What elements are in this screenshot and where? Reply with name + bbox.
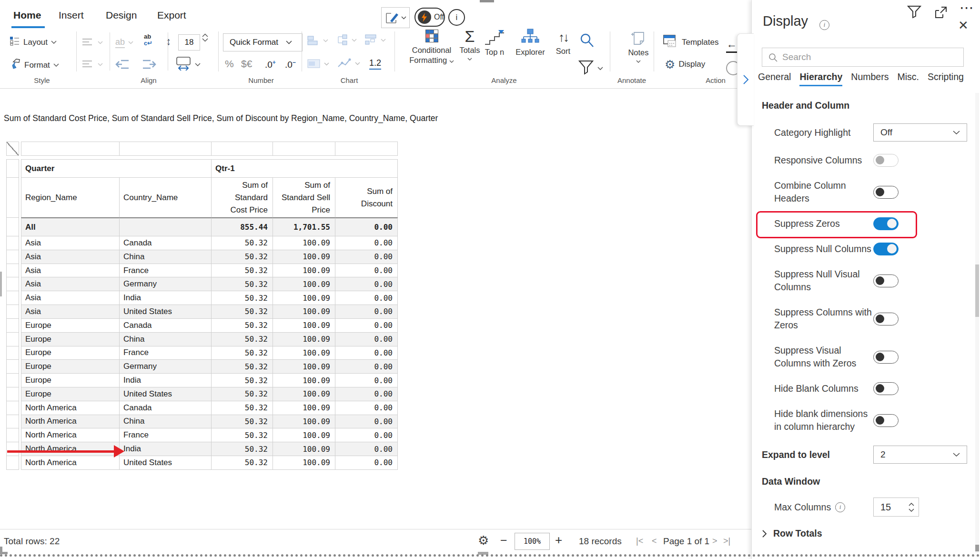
cost-cell[interactable]: 50.32 [211,456,273,470]
cost-cell[interactable]: 50.32 [211,305,273,319]
measure-column-header[interactable]: Sum ofStandardCost Price [211,177,273,218]
tab-general[interactable]: General [758,71,791,86]
sparkline-button[interactable] [337,57,360,70]
sell-cell[interactable]: 100.09 [273,387,335,401]
country-cell[interactable]: United States [119,387,212,401]
cost-cell[interactable]: 50.32 [211,373,273,387]
column-width-button[interactable] [175,56,201,73]
region-cell[interactable]: North America [21,415,120,429]
gutter-cell[interactable] [6,442,19,456]
gutter-cell[interactable] [6,387,19,401]
scrollbar-thumb[interactable] [975,264,979,317]
format-button[interactable]: Format [10,58,59,72]
region-cell[interactable]: Europe [21,318,120,333]
font-size-stepper[interactable] [202,33,208,42]
wrap-text-button[interactable]: abc↵ [144,33,152,47]
discount-cell[interactable]: 0.00 [335,387,398,401]
cost-cell[interactable]: 50.32 [211,359,273,374]
total-row-blank[interactable] [119,217,212,236]
region-cell[interactable]: Europe [21,332,120,346]
layout-button[interactable]: Layout [10,36,57,48]
toggle-suppress-null-visual-columns[interactable] [873,274,899,287]
zoom-out-button[interactable]: − [500,533,507,547]
discount-cell[interactable]: 0.00 [335,401,398,415]
pager-last-button[interactable]: >| [723,536,730,546]
discount-cell[interactable]: 0.00 [335,346,398,360]
gutter-cell[interactable] [6,159,19,178]
sell-cell[interactable]: 100.09 [273,346,335,360]
remove-decimal-icon[interactable]: .0− [285,59,296,70]
tab-hierarchy[interactable]: Hierarchy [799,71,842,86]
close-icon[interactable]: ✕ [958,18,969,33]
vertical-align-button[interactable] [82,38,103,47]
gutter-cell[interactable] [6,217,19,236]
gutter-cell[interactable] [6,291,19,305]
resize-corner-handle[interactable] [0,547,8,554]
tab-misc[interactable]: Misc. [897,71,919,86]
discount-cell[interactable]: 0.00 [335,318,398,333]
panel-collapse-flap[interactable] [737,33,754,126]
region-cell[interactable]: Europe [21,387,120,401]
sell-cell[interactable]: 100.09 [273,277,335,291]
region-cell[interactable]: North America [21,401,120,415]
sell-cell[interactable]: 100.09 [273,291,335,305]
gutter-cell[interactable] [6,456,19,470]
search-icon[interactable] [579,32,595,51]
gutter-cell[interactable] [6,415,19,429]
sell-cell[interactable]: 100.09 [273,373,335,387]
country-cell[interactable]: China [119,415,212,429]
top-scrollbar-thumb[interactable] [480,0,494,2]
discount-cell[interactable]: 0.00 [335,236,398,250]
discount-cell[interactable]: 0.00 [335,332,398,346]
region-cell[interactable]: North America [21,428,120,442]
cost-cell[interactable]: 50.32 [211,346,273,360]
power-toggle-button[interactable]: Off [414,8,445,27]
tab-design[interactable]: Design [106,10,137,21]
sell-cell[interactable]: 100.09 [273,250,335,264]
filter-icon[interactable] [578,60,594,77]
country-cell[interactable]: Germany [119,359,212,374]
select-all-corner[interactable] [6,142,19,156]
display-button[interactable]: ⚙ Display [665,58,705,71]
region-cell[interactable]: North America [21,456,120,470]
country-cell[interactable]: India [119,373,212,387]
settings-gear-icon[interactable]: ⚙ [478,533,489,548]
sort-button[interactable]: ↑↓ Sort [551,30,576,56]
return-arrow-icon[interactable]: ← [727,38,737,51]
add-decimal-icon[interactable]: .0+ [265,59,276,70]
toggle-suppress-columns-with-zeros[interactable] [873,313,899,325]
cost-cell[interactable]: 50.32 [211,415,273,429]
gutter-cell[interactable] [6,373,19,387]
toggle-combine-column-headers[interactable] [873,186,899,199]
pager-next-button[interactable]: > [712,536,717,546]
cost-cell[interactable]: 50.32 [211,250,273,264]
empty-header-cell[interactable] [119,142,212,156]
popout-icon[interactable] [934,5,948,21]
region-cell[interactable]: Asia [21,264,120,278]
discount-cell[interactable]: 0.00 [335,359,398,374]
cost-cell[interactable]: 50.32 [211,428,273,442]
gutter-cell[interactable] [6,264,19,278]
discount-cell[interactable]: 0.00 [335,415,398,429]
toggle-hide-blank-columns[interactable] [873,382,899,395]
toggle-suppress-null-columns[interactable] [873,243,899,255]
country-cell[interactable]: United States [119,305,212,319]
collapsed-section-row-totals[interactable]: Row Totals [762,528,968,539]
region-column-header[interactable]: Region_Name [21,177,120,218]
cost-cell[interactable]: 50.32 [211,277,273,291]
sell-cell[interactable]: 100.09 [273,332,335,346]
region-cell[interactable]: Asia [21,250,120,264]
layout-chart-button[interactable] [365,34,386,46]
zoom-level-input[interactable]: 100% [515,533,550,550]
cost-cell[interactable]: 50.32 [211,401,273,415]
gutter-cell[interactable] [6,236,19,250]
empty-header-cell[interactable] [211,142,273,156]
bar-chart-button[interactable] [307,35,328,46]
total-discount-cell[interactable]: 0.00 [335,217,398,236]
discount-cell[interactable]: 0.00 [335,428,398,442]
sell-cell[interactable]: 100.09 [273,318,335,333]
top-n-button[interactable]: Top n [480,30,509,57]
discount-cell[interactable]: 0.00 [335,250,398,264]
country-cell[interactable]: Canada [119,401,212,415]
region-cell[interactable]: Asia [21,305,120,319]
